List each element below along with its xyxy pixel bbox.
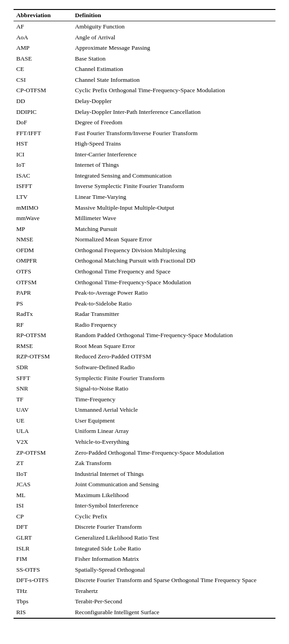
definition-cell: Inter-Carrier Interference (72, 149, 275, 160)
table-row: TFTime-Frequency (14, 394, 275, 405)
table-row: RadTxRadar Transmitter (14, 309, 275, 320)
table-row: OTFSOrthogonal Time Frequency and Space (14, 266, 275, 277)
definition-cell: Orthogonal Time Frequency and Space (72, 266, 275, 277)
abbreviation-cell: OFDM (14, 245, 72, 256)
abbreviation-cell: SDR (14, 362, 72, 373)
table-row: ISIInter-Symbol Interference (14, 500, 275, 511)
definition-cell: Integrated Side Lobe Ratio (72, 543, 275, 554)
abbreviation-cell: ICI (14, 149, 72, 160)
definition-cell: Discrete Fourier Transform and Sparse Or… (72, 575, 275, 586)
abbreviation-cell: mMIMO (14, 202, 72, 213)
abbreviation-cell: MP (14, 224, 72, 235)
abbreviation-cell: PS (14, 298, 72, 309)
definition-cell: Internet of Things (72, 160, 275, 170)
abbreviation-cell: mmWave (14, 213, 72, 224)
definition-cell: Radar Transmitter (72, 309, 275, 320)
table-row: SDRSoftware-Defined Radio (14, 362, 275, 373)
table-row: AMPApproximate Message Passing (14, 42, 275, 53)
definition-cell: Inverse Symplectic Finite Fourier Transf… (72, 181, 275, 192)
definition-cell: Maximum Likelihood (72, 490, 275, 501)
definition-cell: Base Station (72, 53, 275, 64)
abbreviation-cell: ZT (14, 458, 72, 469)
definition-cell: Linear Time-Varying (72, 192, 275, 202)
definition-cell: Software-Defined Radio (72, 362, 275, 373)
abbreviation-cell: CSI (14, 75, 72, 85)
abbreviation-cell: OTFS (14, 266, 72, 277)
table-row: ISLRIntegrated Side Lobe Ratio (14, 543, 275, 554)
definition-cell: Terahertz (72, 586, 275, 597)
definition-cell: Random Padded Orthogonal Time-Frequency-… (72, 330, 275, 341)
definition-cell: Symplectic Finite Fourier Transform (72, 373, 275, 384)
table-row: CP-OTFSMCyclic Prefix Orthogonal Time-Fr… (14, 85, 275, 96)
abbreviation-cell: RF (14, 320, 72, 330)
table-row: RISReconfigurable Intelligent Surface (14, 607, 275, 618)
definition-cell: Reconfigurable Intelligent Surface (72, 607, 275, 618)
abbreviation-cell: DFT (14, 522, 72, 532)
definition-cell: Signal-to-Noise Ratio (72, 383, 275, 394)
table-row: AoAAngle of Arrival (14, 32, 275, 43)
abbreviation-cell: RadTx (14, 309, 72, 320)
definition-cell: Time-Frequency (72, 394, 275, 405)
definition-cell: Cyclic Prefix Orthogonal Time-Frequency-… (72, 85, 275, 96)
table-row: DDIPICDelay-Doppler Inter-Path Interfere… (14, 107, 275, 118)
definition-cell: Orthogonal Matching Pursuit with Fractio… (72, 255, 275, 266)
definition-cell: Peak-to-Average Power Ratio (72, 287, 275, 298)
definition-cell: Ambiguity Function (72, 21, 275, 32)
table-row: IoTInternet of Things (14, 160, 275, 170)
definition-cell: Matching Pursuit (72, 224, 275, 235)
table-row: BASEBase Station (14, 53, 275, 64)
abbreviation-cell: ISFFT (14, 181, 72, 192)
abbreviation-cell: SNR (14, 383, 72, 394)
definition-cell: Discrete Fourier Transform (72, 522, 275, 532)
abbreviation-cell: ISLR (14, 543, 72, 554)
abbreviation-cell: CP-OTFSM (14, 85, 72, 96)
definition-cell: Zero-Padded Orthogonal Time-Frequency-Sp… (72, 447, 275, 458)
abbreviation-cell: AMP (14, 42, 72, 53)
definition-cell: Fast Fourier Transform/Inverse Fourier T… (72, 128, 275, 139)
abbreviation-cell: JCAS (14, 479, 72, 490)
abbreviation-cell: PAPR (14, 287, 72, 298)
abbreviation-cell: ML (14, 490, 72, 501)
abbreviation-cell: SFFT (14, 373, 72, 384)
abbreviation-cell: BASE (14, 53, 72, 64)
table-row: GLRTGeneralized Likelihood Ratio Test (14, 532, 275, 543)
table-row: V2XVehicle-to-Everything (14, 437, 275, 447)
header-definition: Definition (72, 9, 275, 21)
definition-cell: High-Speed Trains (72, 138, 275, 149)
abbreviation-cell: OMPFR (14, 255, 72, 266)
definition-cell: Normalized Mean Square Error (72, 234, 275, 245)
definition-cell: Angle of Arrival (72, 32, 275, 43)
table-row: OFDMOrthogonal Frequency Division Multip… (14, 245, 275, 256)
table-row: CSIChannel State Information (14, 75, 275, 85)
definition-cell: Terabit-Per-Second (72, 596, 275, 607)
abbreviation-cell: NMSE (14, 234, 72, 245)
table-row: PAPRPeak-to-Average Power Ratio (14, 287, 275, 298)
table-row: CEChannel Estimation (14, 64, 275, 75)
abbreviation-cell: FIM (14, 554, 72, 564)
table-row: FFT/IFFTFast Fourier Transform/Inverse F… (14, 128, 275, 139)
definition-cell: Millimeter Wave (72, 213, 275, 224)
abbreviation-cell: RP-OTFSM (14, 330, 72, 341)
abbreviation-cell: IIoT (14, 469, 72, 479)
definition-cell: Massive Multiple-Input Multiple-Output (72, 202, 275, 213)
abbreviation-cell: UAV (14, 404, 72, 415)
abbreviation-cell: FFT/IFFT (14, 128, 72, 139)
abbreviation-cell: IoT (14, 160, 72, 170)
abbreviation-cell: GLRT (14, 532, 72, 543)
definition-cell: Radio Frequency (72, 320, 275, 330)
definition-cell: Delay-Doppler (72, 96, 275, 107)
table-row: RFRadio Frequency (14, 320, 275, 330)
table-row: OTFSMOrthogonal Time-Frequency-Space Mod… (14, 277, 275, 288)
abbreviation-cell: TF (14, 394, 72, 405)
table-row: RP-OTFSMRandom Padded Orthogonal Time-Fr… (14, 330, 275, 341)
table-row: RZP-OTFSMReduced Zero-Padded OTFSM (14, 351, 275, 362)
abbreviation-cell: OTFSM (14, 277, 72, 288)
table-row: CPCyclic Prefix (14, 511, 275, 522)
table-row: ULAUniform Linear Array (14, 426, 275, 437)
abbreviation-cell: ZP-OTFSM (14, 447, 72, 458)
abbreviations-table: Abbreviation Definition AFAmbiguity Func… (14, 9, 275, 619)
abbreviation-cell: HST (14, 138, 72, 149)
abbreviation-cell: V2X (14, 437, 72, 447)
table-row: RMSERoot Mean Square Error (14, 341, 275, 352)
table-row: IIoTIndustrial Internet of Things (14, 469, 275, 479)
